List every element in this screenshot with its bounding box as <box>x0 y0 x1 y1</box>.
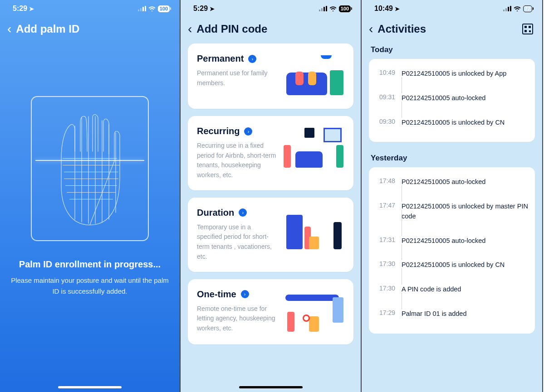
signal-icon <box>503 6 511 11</box>
back-button[interactable]: ‹ <box>369 23 373 35</box>
status-time: 10:49 <box>374 5 393 13</box>
chevron-right-icon: › <box>248 55 256 63</box>
activity-row[interactable]: 09:30P021242510005 is unlocked by CN <box>375 115 529 140</box>
activity-time: 17:47 <box>375 202 395 209</box>
activity-time: 09:31 <box>375 93 395 101</box>
card-title: Permanent <box>197 53 244 64</box>
status-bar: 5:29 ➤ 100 <box>0 0 180 15</box>
activity-text: P021242510005 auto-locked <box>402 236 529 246</box>
home-indicator[interactable] <box>239 386 303 388</box>
enrollment-heading: Palm ID enrollment in progress... <box>9 259 171 270</box>
activity-group: 17:48P021242510005 auto-locked17:47P0212… <box>369 167 535 333</box>
screen-activities: 10:49 ➤ 77 ‹ Activities Today10:49P02124… <box>362 0 543 392</box>
location-icon: ➤ <box>210 5 215 12</box>
battery-icon: 100 <box>158 5 170 12</box>
back-button[interactable]: ‹ <box>188 23 192 35</box>
activity-time: 17:30 <box>375 285 395 292</box>
activity-time: 17:48 <box>375 177 395 184</box>
header: ‹ Add PIN code <box>181 15 361 42</box>
palm-wireframe-icon <box>49 110 131 227</box>
header: ‹ Activities <box>362 15 542 42</box>
status-time: 5:29 <box>193 5 208 13</box>
activity-text: P021242510005 is unlocked by CN <box>402 260 529 270</box>
activity-row[interactable]: 17:31P021242510005 auto-locked <box>375 233 529 258</box>
activity-row[interactable]: 17:30P021242510005 is unlocked by CN <box>375 257 529 282</box>
activity-row[interactable]: 17:30A PIN code is added <box>375 282 529 306</box>
card-title: Recurring <box>197 126 240 136</box>
card-description: Permanent use for family members. <box>197 68 277 88</box>
battery-icon: 77 <box>523 5 532 12</box>
header: ‹ Add palm ID <box>0 15 180 42</box>
back-button[interactable]: ‹ <box>7 23 11 35</box>
activity-time: 10:49 <box>375 69 395 76</box>
family-illustration <box>282 53 345 99</box>
pin-option-onetime[interactable]: One-time › Remote one-time use for letti… <box>188 279 353 344</box>
page-title: Add PIN code <box>196 23 267 35</box>
location-icon: ➤ <box>29 5 34 12</box>
chevron-right-icon: › <box>241 290 249 298</box>
location-icon: ➤ <box>395 5 400 12</box>
card-description: Temporary use in a specified period for … <box>197 223 277 262</box>
status-bar: 5:29 ➤ 100 <box>181 0 361 15</box>
activity-row[interactable]: 17:29Palmar ID 01 is added <box>375 306 529 331</box>
chevron-right-icon: › <box>244 127 252 136</box>
signal-icon <box>319 6 327 11</box>
recurring-illustration <box>282 126 345 171</box>
card-description: Recurring use in a fixed period for Airb… <box>197 141 277 180</box>
activity-row[interactable]: 17:47P021242510005 is unlocked by master… <box>375 199 529 233</box>
pin-option-recurring[interactable]: Recurring › Recurring use in a fixed per… <box>188 116 353 190</box>
activity-text: P021242510005 auto-locked <box>402 177 529 187</box>
pin-option-duration[interactable]: Duration › Temporary use in a specified … <box>188 198 353 272</box>
activity-text: Palmar ID 01 is added <box>402 309 529 319</box>
activity-time: 17:29 <box>375 309 395 316</box>
activity-text: P021242510005 is unlocked by master PIN … <box>402 202 529 222</box>
qr-code-icon[interactable] <box>522 24 533 34</box>
wifi-icon <box>329 5 337 13</box>
section-label: Today <box>362 42 542 59</box>
chevron-right-icon: › <box>239 208 247 217</box>
status-bar: 10:49 ➤ 77 <box>362 0 542 15</box>
activity-text: P021242510005 is unlocked by CN <box>402 118 529 128</box>
activity-text: P021242510005 auto-locked <box>402 93 529 103</box>
card-title: One-time <box>197 289 236 300</box>
card-title: Duration <box>197 208 234 218</box>
activity-time: 09:30 <box>375 118 395 125</box>
duration-illustration <box>282 208 345 253</box>
wifi-icon <box>148 5 156 13</box>
pin-option-permanent[interactable]: Permanent › Permanent use for family mem… <box>188 44 353 109</box>
activity-row[interactable]: 09:31P021242510005 auto-locked <box>375 91 529 115</box>
section-label: Yesterday <box>362 150 542 167</box>
signal-icon <box>138 6 146 11</box>
screen-add-palm-id: 5:29 ➤ 100 ‹ Add palm ID Palm ID enrollm… <box>0 0 181 392</box>
activity-list[interactable]: Today10:49P021242510005 is unlocked by A… <box>362 42 542 334</box>
page-title: Activities <box>377 23 426 35</box>
activity-time: 17:31 <box>375 236 395 243</box>
activity-row[interactable]: 17:48P021242510005 auto-locked <box>375 174 529 199</box>
wifi-icon <box>514 5 521 13</box>
card-description: Remote one-time use for letting agency, … <box>197 304 277 334</box>
enrollment-subtext: Please maintain your posture and wait un… <box>11 275 169 297</box>
battery-icon: 100 <box>339 5 351 12</box>
activity-row[interactable]: 10:49P021242510005 is unlocked by App <box>375 66 529 91</box>
onetime-illustration <box>282 289 345 334</box>
status-time: 5:29 <box>13 5 27 13</box>
activity-text: A PIN code is added <box>402 285 529 295</box>
home-indicator[interactable] <box>58 386 122 388</box>
palm-scan-frame <box>31 96 149 241</box>
screen-add-pin-code: 5:29 ➤ 100 ‹ Add PIN code Permanent › Pe… <box>181 0 362 392</box>
activity-time: 17:30 <box>375 260 395 267</box>
page-title: Add palm ID <box>16 23 79 35</box>
activity-text: P021242510005 is unlocked by App <box>402 69 529 79</box>
activity-group: 10:49P021242510005 is unlocked by App09:… <box>369 59 535 142</box>
